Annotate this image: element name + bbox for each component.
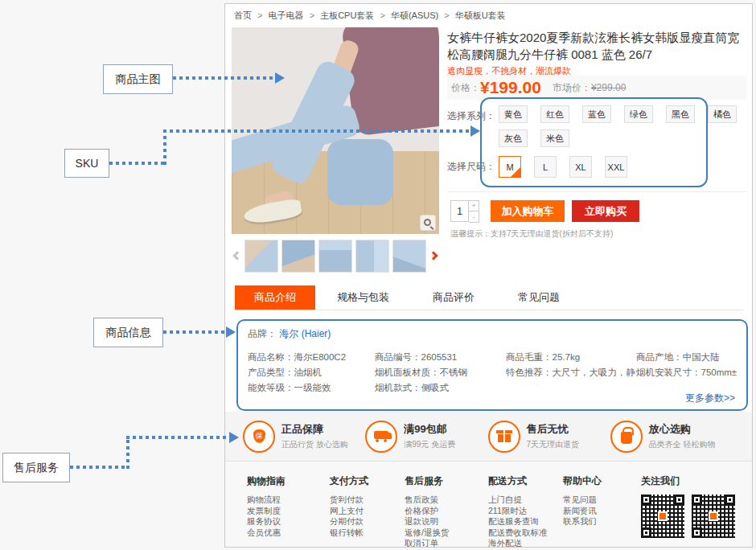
tab-reviews[interactable]: 商品评价 — [411, 285, 496, 310]
footer-link[interactable]: 联系我们 — [563, 516, 641, 527]
annotation-arrow — [173, 76, 275, 80]
spec-cell: 能效等级：一级能效 — [248, 380, 375, 396]
breadcrumb-item-current[interactable]: 华硕板U套装 — [455, 10, 506, 20]
more-params-link[interactable]: 更多参数>> — [685, 392, 735, 405]
spec-cell: 烟机安装尺寸：750mm±50mm（烟… — [636, 365, 737, 380]
footer-link[interactable]: 211限时达 — [488, 506, 563, 517]
qr-code — [641, 495, 684, 538]
chevron-right-icon — [429, 251, 438, 260]
thumbnail[interactable] — [318, 240, 352, 273]
annotation-arrow — [70, 466, 129, 469]
brand-row: 品牌： 海尔 (Haier) — [248, 327, 737, 341]
annotation-arrow — [126, 436, 129, 469]
footer-link[interactable]: 发票制度 — [247, 506, 330, 517]
footer-column-delivery: 配送方式 上门自提 211限时达 配送服务查询 配送费收取标准 海外配送 — [488, 474, 563, 547]
footer-link[interactable]: 上门自提 — [488, 495, 563, 506]
tab-spec-packaging[interactable]: 规格与包装 — [315, 285, 411, 310]
breadcrumb-separator: > — [310, 10, 314, 20]
product-summary: 女裤牛仔裤女2020夏季新款泫雅长裤女韩版显瘦直筒宽松高腰阔腿九分牛仔裤 008… — [447, 27, 748, 63]
buy-now-button[interactable]: 立即购买 — [572, 200, 639, 222]
footer-link[interactable]: 海外配送 — [488, 538, 563, 549]
spec-cell: 产品类型：油烟机 — [248, 365, 375, 380]
footer-link[interactable]: 货到付款 — [330, 495, 405, 506]
thumbnail[interactable] — [281, 240, 315, 273]
footer-link[interactable]: 购物流程 — [247, 495, 330, 506]
annotation-arrow — [163, 330, 228, 334]
footer-link[interactable]: 服务协议 — [247, 516, 330, 527]
series-option-orange[interactable]: 橘色 — [708, 105, 737, 123]
arrow-head-icon — [229, 432, 239, 443]
service-item-authentic: 保 正品保障 正品行货 放心选购 — [243, 421, 367, 453]
product-title: 女裤牛仔裤女2020夏季新款泫雅长裤女韩版显瘦直筒宽松高腰阔腿九分牛仔裤 008… — [447, 27, 748, 63]
footer-column-payment: 支付方式 货到付款 网上支付 分期付款 银行转帐 — [330, 474, 405, 547]
annotation-label-sku: SKU — [64, 149, 109, 178]
breadcrumb-separator: > — [257, 10, 262, 20]
brand-link[interactable]: 海尔 (Haier) — [279, 328, 331, 339]
thumbnail[interactable] — [244, 240, 278, 273]
footer-link[interactable]: 返修/退换货 — [405, 527, 488, 539]
service-item-assured: 放心选购 品类齐全 轻松购物 — [610, 421, 734, 453]
shield-icon: 保 — [243, 421, 275, 453]
quantity-increase-button[interactable]: + — [469, 200, 479, 211]
thumbnail[interactable] — [392, 240, 426, 273]
footer-link[interactable]: 新闻资讯 — [563, 506, 641, 517]
footer-link[interactable]: 退款说明 — [405, 516, 488, 527]
market-price-value: ¥299.00 — [591, 82, 626, 93]
thumbs-prev-button[interactable] — [232, 240, 243, 272]
product-info-panel: 品牌： 海尔 (Haier) 商品名称：海尔E800C2 商品编号：260553… — [236, 319, 748, 411]
site-footer: 购物指南 购物流程 发票制度 服务协议 会员优惠 支付方式 货到付款 网上支付 … — [225, 461, 752, 547]
photo-jeans-hip — [327, 139, 394, 205]
annotation-arrow — [109, 162, 166, 165]
footer-link[interactable]: 常见问题 — [563, 495, 641, 506]
spec-cell: 商品编号：2605531 — [375, 350, 506, 365]
footer-link[interactable]: 售后政策 — [405, 495, 488, 506]
quantity-decrease-button[interactable]: - — [469, 211, 479, 223]
breadcrumb-item-home[interactable]: 首页 — [234, 10, 252, 20]
thumbnail-strip — [232, 238, 439, 273]
quantity-input[interactable] — [450, 200, 469, 222]
breadcrumb-item-electronics[interactable]: 电子电器 — [269, 10, 304, 20]
add-to-cart-button[interactable]: 加入购物车 — [491, 200, 565, 222]
purchase-actions: + - 加入购物车 立即购买 — [447, 191, 746, 223]
spec-grid: 商品名称：海尔E800C2 商品编号：2605531 商品毛重：25.7kg 商… — [248, 350, 737, 396]
purchase-tip: 温馨提示：支持7天无理由退货(拆封后不支持) — [450, 228, 613, 240]
chevron-left-icon — [232, 251, 241, 260]
spec-cell: 商品毛重：25.7kg — [506, 350, 636, 365]
arrow-head-icon — [470, 125, 480, 137]
footer-link[interactable]: 网上支付 — [330, 506, 405, 517]
footer-column-help: 帮助中心 常见问题 新闻资讯 联系我们 — [563, 474, 641, 547]
brand-label: 品牌： — [248, 328, 277, 339]
footer-link[interactable]: 银行转帐 — [330, 527, 405, 539]
breadcrumb-item-brand[interactable]: 华硕(ASUS) — [391, 10, 438, 20]
zoom-icon[interactable] — [420, 215, 436, 231]
spec-cell: 商品名称：海尔E800C2 — [248, 350, 375, 365]
breadcrumb-item-category[interactable]: 主板CPU套装 — [320, 10, 374, 20]
truck-icon — [365, 421, 397, 453]
breadcrumb-separator: > — [444, 10, 449, 20]
footer-link[interactable]: 会员优惠 — [247, 527, 330, 539]
annotation-label-info: 商品信息 — [93, 318, 163, 347]
tab-faq[interactable]: 常见问题 — [496, 285, 581, 310]
arrow-head-icon — [275, 72, 285, 84]
breadcrumb: 首页 > 电子电器 > 主板CPU套装 > 华硕(ASUS) > 华硕板U套装 — [234, 10, 506, 22]
tab-product-intro[interactable]: 商品介绍 — [235, 285, 315, 310]
detail-tabs: 商品介绍 规格与包装 商品评价 常见问题 — [235, 285, 744, 310]
footer-link[interactable]: 分期付款 — [330, 516, 405, 527]
footer-link[interactable]: 配送服务查询 — [488, 516, 563, 527]
market-price-label: 市场价： — [553, 81, 591, 95]
thumbnail[interactable] — [355, 240, 389, 273]
footer-link[interactable]: 取消订单 — [405, 538, 488, 549]
service-item-aftersale: 售后无忧 7天无理由退货 — [488, 421, 612, 453]
service-item-shipping: 满99包邮 满99元 免运费 — [365, 421, 489, 453]
price-row: 价格： ¥199.00 市场价： ¥299.00 — [447, 76, 746, 100]
footer-link[interactable]: 价格保护 — [405, 506, 488, 517]
footer-link[interactable]: 配送费收取标准 — [488, 527, 563, 539]
thumbs-next-button[interactable] — [428, 240, 439, 272]
annotation-arrow — [163, 129, 470, 133]
annotation-label-service: 售后服务 — [2, 453, 70, 482]
spec-cell: 烟机面板材质：不锈钢 — [375, 365, 506, 380]
footer-column-shopping-guide: 购物指南 购物流程 发票制度 服务协议 会员优惠 — [247, 474, 330, 547]
annotation-arrow — [163, 129, 166, 165]
magnifier-icon — [424, 219, 431, 226]
annotation-label-main-image: 商品主图 — [103, 64, 173, 94]
